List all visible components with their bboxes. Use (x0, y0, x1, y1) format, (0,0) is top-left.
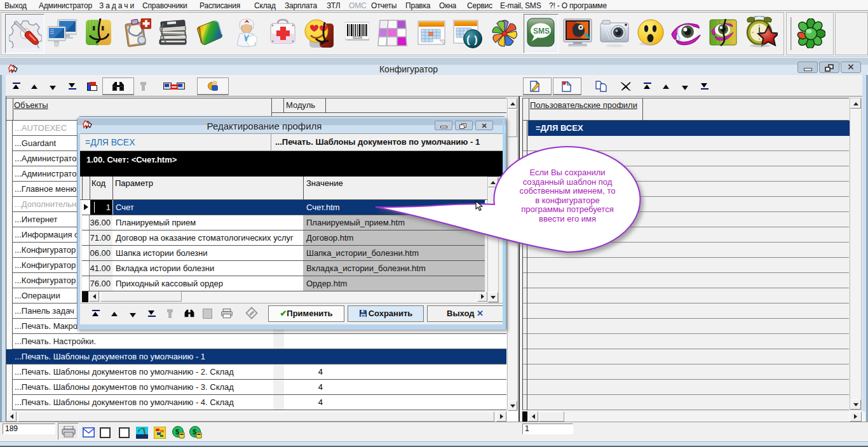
svg-text:(: ( (466, 34, 470, 46)
svg-text:$: $ (193, 428, 196, 436)
svg-text:$: $ (175, 428, 179, 436)
svg-text:SMS: SMS (533, 27, 550, 36)
svg-text:902286: 902286 (353, 36, 363, 39)
svg-text:): ) (474, 34, 478, 46)
